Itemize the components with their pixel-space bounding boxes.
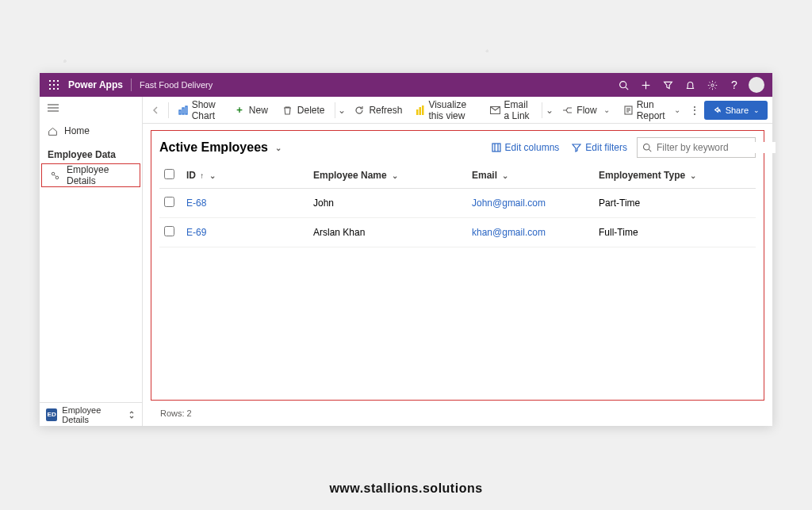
cell-name: John xyxy=(308,189,467,218)
cmd-label: Refresh xyxy=(369,105,402,116)
bell-icon[interactable] xyxy=(679,73,701,97)
label: Edit filters xyxy=(585,142,627,153)
svg-rect-1 xyxy=(53,80,55,82)
back-button[interactable] xyxy=(147,100,165,121)
sidebar-area-switcher[interactable]: ED Employee Details xyxy=(40,402,142,426)
command-bar: Show Chart ＋ New Delete ⌄ Refresh xyxy=(143,97,772,124)
cmd-label: Email a Link xyxy=(504,99,533,121)
svg-point-13 xyxy=(710,83,713,86)
search-icon[interactable] xyxy=(612,73,634,97)
chevron-down-icon: ⌄ xyxy=(392,171,398,180)
email-link-button[interactable]: Email a Link xyxy=(484,100,539,121)
sidebar-item-label: Home xyxy=(64,125,90,136)
sidebar-item-employee-details[interactable]: Employee Details xyxy=(41,163,140,187)
share-icon xyxy=(712,105,721,114)
entity-icon xyxy=(50,171,60,181)
delete-split[interactable]: ⌄ xyxy=(338,105,346,116)
funnel-icon xyxy=(572,143,581,152)
flow-icon xyxy=(561,105,573,116)
svg-rect-2 xyxy=(57,80,59,82)
table-row[interactable]: E-68 John John@gmail.com Part-Time xyxy=(159,189,756,218)
svg-rect-24 xyxy=(422,105,424,115)
titlebar: Power Apps Fast Food Delivery ? xyxy=(40,73,772,97)
cell-name: Arslan Khan xyxy=(308,218,467,247)
filter-input[interactable] xyxy=(657,142,776,153)
cmd-label: Flow xyxy=(576,105,596,116)
delete-button[interactable]: Delete xyxy=(276,100,331,121)
sort-asc-icon: ↑ xyxy=(200,171,204,180)
row-checkbox[interactable] xyxy=(164,226,174,236)
columns-icon xyxy=(492,143,501,152)
trash-icon xyxy=(282,105,293,116)
cmd-label: New xyxy=(249,105,268,116)
column-header-email[interactable]: Email ⌄ xyxy=(467,163,594,189)
environment-name[interactable]: Fast Food Delivery xyxy=(140,80,213,90)
back-icon xyxy=(151,105,162,116)
edit-columns-button[interactable]: Edit columns xyxy=(488,140,563,155)
avatar[interactable] xyxy=(749,77,764,93)
share-button[interactable]: Share ⌄ xyxy=(704,101,768,120)
app-window: Power Apps Fast Food Delivery ? Home Emp… xyxy=(40,73,772,426)
email-split[interactable]: ⌄ xyxy=(546,105,553,116)
svg-point-9 xyxy=(619,81,626,87)
area-badge: ED xyxy=(46,408,57,421)
id-link[interactable]: E-68 xyxy=(186,197,206,209)
filter-keyword-box[interactable] xyxy=(637,137,756,158)
cmd-label: Run Report xyxy=(637,99,668,121)
flow-button[interactable]: Flow ⌄ xyxy=(555,100,615,121)
column-header-id[interactable]: ID ↑ ⌄ xyxy=(182,163,308,189)
svg-point-33 xyxy=(644,144,650,151)
view-title-text: Active Employees xyxy=(159,140,268,155)
hamburger-icon[interactable] xyxy=(40,97,142,119)
sidebar-item-home[interactable]: Home xyxy=(40,119,142,143)
app-launcher-icon[interactable] xyxy=(44,75,63,94)
chevron-down-icon: ⌄ xyxy=(753,106,760,114)
help-icon[interactable]: ? xyxy=(723,73,745,97)
svg-rect-8 xyxy=(57,88,59,90)
column-header-type[interactable]: Employement Type ⌄ xyxy=(594,163,756,189)
view-selector[interactable]: Active Employees ⌄ xyxy=(159,140,282,155)
id-link[interactable]: E-69 xyxy=(186,227,206,238)
edit-filters-button[interactable]: Edit filters xyxy=(569,140,630,155)
mail-icon xyxy=(490,105,500,116)
page-caption: www.stallions.solutions xyxy=(0,481,812,496)
email-link[interactable]: John@gmail.com xyxy=(472,197,546,209)
refresh-button[interactable]: Refresh xyxy=(347,100,408,121)
new-button[interactable]: ＋ New xyxy=(228,100,274,121)
sidebar: Home Employee Data Employee Details ED E… xyxy=(40,97,143,426)
show-chart-button[interactable]: Show Chart xyxy=(172,100,226,121)
app-title: Power Apps xyxy=(68,79,123,90)
email-link[interactable]: khan@gmail.com xyxy=(472,227,546,238)
svg-rect-6 xyxy=(49,88,51,90)
chevron-down-icon: ⌄ xyxy=(603,105,610,114)
svg-rect-7 xyxy=(53,88,55,90)
chevron-down-icon: ⌄ xyxy=(502,171,508,180)
home-icon xyxy=(48,126,58,136)
label: Edit columns xyxy=(505,142,560,153)
add-icon[interactable] xyxy=(634,73,657,97)
cmd-label: Share xyxy=(726,105,749,115)
select-all-checkbox[interactable] xyxy=(164,169,174,179)
divider xyxy=(168,102,169,118)
svg-line-10 xyxy=(625,86,627,89)
powerbi-icon xyxy=(416,105,424,116)
chart-icon xyxy=(178,105,188,116)
svg-rect-0 xyxy=(49,80,51,82)
divider xyxy=(335,102,335,118)
more-icon: ⋮ xyxy=(690,105,699,116)
table-row[interactable]: E-69 Arslan Khan khan@gmail.com Full-Tim… xyxy=(159,218,756,247)
column-header-name[interactable]: Employee Name ⌄ xyxy=(308,163,467,189)
highlighted-region: Active Employees ⌄ Edit columns Edit fil… xyxy=(151,130,764,401)
filter-icon[interactable] xyxy=(657,73,679,97)
visualize-button[interactable]: Visualize this view xyxy=(410,100,481,121)
cmd-label: Delete xyxy=(297,105,325,116)
row-checkbox[interactable] xyxy=(164,197,174,207)
svg-rect-3 xyxy=(49,84,51,86)
run-report-button[interactable]: Run Report ⌄ xyxy=(618,100,687,121)
chevron-down-icon: ⌄ xyxy=(209,171,216,180)
svg-rect-23 xyxy=(419,107,422,115)
settings-icon[interactable] xyxy=(701,73,723,97)
chevron-down-icon: ⌄ xyxy=(674,105,680,114)
more-commands[interactable]: ⋮ xyxy=(688,100,701,121)
svg-rect-5 xyxy=(57,84,59,86)
